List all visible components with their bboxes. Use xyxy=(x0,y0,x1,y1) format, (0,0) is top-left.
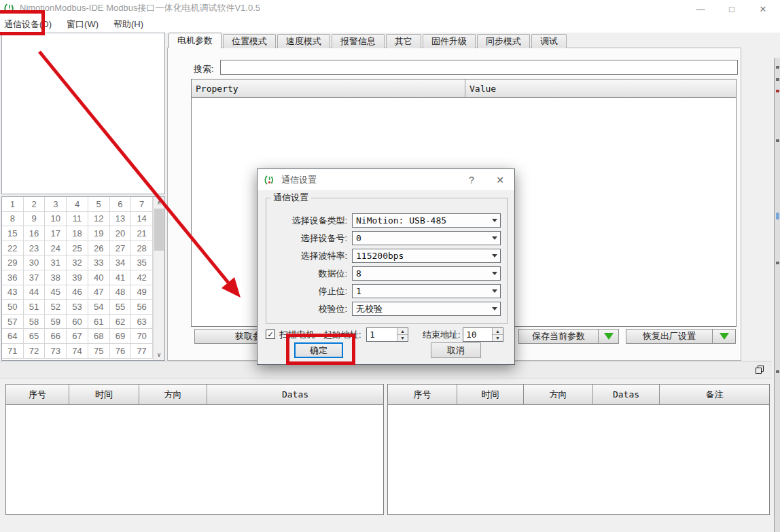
device-grid-cell[interactable]: 62 xyxy=(110,315,132,330)
scroll-down-icon[interactable]: ∨ xyxy=(154,349,164,360)
device-grid-cell[interactable]: 61 xyxy=(88,315,110,330)
device-grid-cell[interactable]: 29 xyxy=(2,255,24,270)
device-grid-cell[interactable]: 41 xyxy=(110,270,132,285)
tab-firmware-upgrade[interactable]: 固件升级 xyxy=(423,34,476,48)
scroll-up-icon[interactable]: ∧ xyxy=(154,197,164,208)
device-grid-scrollbar[interactable]: ∧ ∨ xyxy=(153,197,164,360)
spin-down-icon[interactable]: ▼ xyxy=(397,335,408,341)
spin-up-icon[interactable]: ▲ xyxy=(493,328,503,335)
device-grid-cell[interactable]: 44 xyxy=(24,285,46,300)
device-grid-cell[interactable]: 33 xyxy=(88,255,110,270)
device-grid-cell[interactable]: 66 xyxy=(45,329,67,344)
scan-motor-checkbox[interactable]: ✓ xyxy=(266,330,275,339)
device-grid-cell[interactable]: 75 xyxy=(88,344,110,359)
device-grid-cell[interactable]: 59 xyxy=(45,315,67,330)
device-grid-cell[interactable]: 60 xyxy=(67,315,88,330)
device-grid-cell[interactable]: 76 xyxy=(110,344,132,359)
device-grid-cell[interactable]: 53 xyxy=(67,300,88,315)
dialog-help-button[interactable]: ? xyxy=(457,169,486,190)
device-grid-cell[interactable]: 14 xyxy=(131,212,153,227)
device-grid-cell[interactable]: 54 xyxy=(88,300,110,315)
device-grid-cell[interactable]: 57 xyxy=(2,315,24,330)
device-grid-cell[interactable]: 16 xyxy=(24,226,46,241)
device-grid-cell[interactable]: 56 xyxy=(131,300,153,315)
device-grid-cell[interactable]: 23 xyxy=(24,241,46,256)
tab-speed-mode[interactable]: 速度模式 xyxy=(277,34,330,48)
device-grid-cell[interactable]: 31 xyxy=(45,255,67,270)
device-grid-cell[interactable]: 15 xyxy=(2,226,24,241)
scrollbar-thumb[interactable] xyxy=(154,209,164,251)
device-grid-cell[interactable]: 65 xyxy=(24,329,46,344)
device-grid-cell[interactable]: 38 xyxy=(45,270,67,285)
device-grid-cell[interactable]: 77 xyxy=(131,344,153,359)
close-button[interactable]: ✕ xyxy=(747,0,779,18)
device-grid-cell[interactable]: 19 xyxy=(88,226,110,241)
end-address-spinner[interactable]: 10 ▲ ▼ xyxy=(463,327,503,342)
device-grid-cell[interactable]: 7 xyxy=(131,197,153,212)
minimize-button[interactable]: — xyxy=(685,0,716,18)
device-grid-cell[interactable]: 17 xyxy=(45,226,67,241)
device-grid-cell[interactable]: 10 xyxy=(45,212,67,227)
device-grid-cell[interactable]: 46 xyxy=(67,285,88,300)
device-grid-cell[interactable]: 42 xyxy=(131,270,153,285)
start-address-spinner[interactable]: 1 ▲ ▼ xyxy=(366,327,408,342)
tab-sync-mode[interactable]: 同步模式 xyxy=(477,34,530,48)
device-grid-cell[interactable]: 34 xyxy=(110,255,132,270)
tab-position-mode[interactable]: 位置模式 xyxy=(223,34,276,48)
device-grid-cell[interactable]: 18 xyxy=(67,226,88,241)
factory-reset-button[interactable]: 恢复出厂设置 xyxy=(626,329,713,344)
device-grid-cell[interactable]: 3 xyxy=(45,197,67,212)
device-grid-cell[interactable]: 12 xyxy=(88,212,110,227)
device-grid-cell[interactable]: 35 xyxy=(131,255,153,270)
device-grid-cell[interactable]: 6 xyxy=(110,197,132,212)
device-grid-cell[interactable]: 5 xyxy=(88,197,110,212)
device-grid-cell[interactable]: 58 xyxy=(24,315,46,330)
column-header-value[interactable]: Value xyxy=(465,79,736,97)
device-grid-cell[interactable]: 71 xyxy=(2,344,24,359)
device-grid-cell[interactable]: 64 xyxy=(2,329,24,344)
device-grid-cell[interactable]: 49 xyxy=(131,285,153,300)
baud-rate-select[interactable]: 115200bps xyxy=(352,249,501,263)
device-grid-cell[interactable]: 40 xyxy=(88,270,110,285)
stop-bits-select[interactable]: 1 xyxy=(352,284,501,298)
parity-select[interactable]: 无校验 xyxy=(352,302,501,316)
device-type-select[interactable]: NiMotion: USB-485 xyxy=(352,213,501,228)
device-grid-cell[interactable]: 27 xyxy=(110,241,132,256)
search-input[interactable] xyxy=(220,60,738,75)
device-grid-cell[interactable]: 69 xyxy=(110,329,132,344)
device-grid-cell[interactable]: 2 xyxy=(24,197,46,212)
save-params-dropdown-button[interactable] xyxy=(599,329,619,344)
menu-item-window[interactable]: 窗口(W) xyxy=(59,17,106,32)
device-grid-cell[interactable]: 9 xyxy=(24,212,46,227)
spin-up-icon[interactable]: ▲ xyxy=(397,328,408,335)
spin-down-icon[interactable]: ▼ xyxy=(493,335,503,341)
device-grid-cell[interactable]: 21 xyxy=(131,226,153,241)
device-number-select[interactable]: 0 xyxy=(352,231,501,245)
data-bits-select[interactable]: 8 xyxy=(352,266,501,281)
device-grid-cell[interactable]: 32 xyxy=(67,255,88,270)
device-grid-cell[interactable]: 28 xyxy=(131,241,153,256)
device-grid-cell[interactable]: 22 xyxy=(2,241,24,256)
column-header-property[interactable]: Property xyxy=(192,79,465,97)
menu-item-communication-device[interactable]: 通信设备(D) xyxy=(0,17,59,32)
device-grid-cell[interactable]: 25 xyxy=(67,241,88,256)
device-grid-cell[interactable]: 1 xyxy=(2,197,24,212)
device-grid-cell[interactable]: 68 xyxy=(88,329,110,344)
device-grid-cell[interactable]: 13 xyxy=(110,212,132,227)
device-grid-cell[interactable]: 50 xyxy=(2,300,24,315)
save-params-button[interactable]: 保存当前参数 xyxy=(518,329,599,344)
device-grid-cell[interactable]: 47 xyxy=(88,285,110,300)
device-grid-cell[interactable]: 30 xyxy=(24,255,46,270)
menu-item-help[interactable]: 帮助(H) xyxy=(106,17,151,32)
factory-reset-dropdown-button[interactable] xyxy=(713,329,736,344)
device-grid-cell[interactable]: 52 xyxy=(45,300,67,315)
device-grid-cell[interactable]: 4 xyxy=(67,197,88,212)
tab-debug[interactable]: 调试 xyxy=(531,34,567,48)
device-grid-cell[interactable]: 11 xyxy=(67,212,88,227)
cancel-button[interactable]: 取消 xyxy=(431,342,481,358)
device-grid-cell[interactable]: 26 xyxy=(88,241,110,256)
device-grid-cell[interactable]: 73 xyxy=(45,344,67,359)
tab-other[interactable]: 其它 xyxy=(386,34,421,48)
float-window-icon[interactable] xyxy=(756,366,764,374)
device-grid-cell[interactable]: 48 xyxy=(110,285,132,300)
